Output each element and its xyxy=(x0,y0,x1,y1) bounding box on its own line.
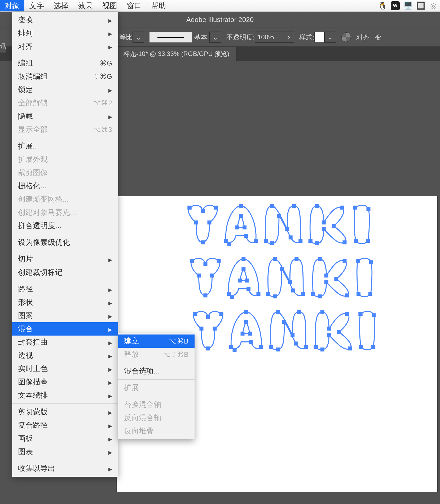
object-menu-item-0-2[interactable]: 对齐 xyxy=(12,40,118,53)
object-menu-item-5-6[interactable]: 实时上色 xyxy=(12,362,118,375)
svg-rect-74 xyxy=(357,292,360,296)
object-menu-item-1-0[interactable]: 编组⌘G xyxy=(12,57,118,70)
menubar: 对象 文字 选择 效果 视图 窗口 帮助 🐧 W 🖥️ 🔲 ◎ xyxy=(0,0,440,12)
document-tab[interactable]: 标题-10* @ 33.33% (RGB/GPU 预览) xyxy=(117,47,236,61)
menubar-item-type[interactable]: 文字 xyxy=(24,0,49,11)
svg-rect-108 xyxy=(314,345,318,349)
svg-rect-41 xyxy=(210,273,214,277)
object-menu-item-0-1[interactable]: 排列 xyxy=(12,27,118,40)
menu-item-label: 排列 xyxy=(18,28,33,38)
wps-icon[interactable]: W xyxy=(391,1,400,10)
ratio-dropdown[interactable]: ⌄ xyxy=(133,32,144,43)
object-menu-item-6-1[interactable]: 复合路径 xyxy=(12,419,118,432)
object-menu-item-4-0[interactable]: 切片 xyxy=(12,253,118,266)
svg-rect-65 xyxy=(343,259,347,263)
menu-item-shortcut: ⌥⌘3 xyxy=(93,125,112,134)
object-menu-item-5-5[interactable]: 透视 xyxy=(12,349,118,362)
object-menu-item-1-3: 全部解锁⌥⌘2 xyxy=(12,96,118,110)
menu-item-label: 全部解锁 xyxy=(18,98,48,108)
color-recolor-icon[interactable] xyxy=(341,32,351,42)
object-menu-item-1-2[interactable]: 锁定 xyxy=(12,83,118,96)
svg-rect-96 xyxy=(294,342,298,346)
style-dropdown[interactable]: ⌄ xyxy=(324,32,336,43)
battery-icon[interactable]: 🔲 xyxy=(416,1,425,10)
penguin-icon[interactable]: 🐧 xyxy=(378,1,387,10)
object-menu-item-5-2[interactable]: 图案 xyxy=(12,309,118,322)
submenu-arrow-icon xyxy=(108,16,112,24)
svg-rect-1 xyxy=(201,209,205,213)
object-menu-item-5-7[interactable]: 图像描摹 xyxy=(12,375,118,389)
svg-rect-50 xyxy=(245,279,249,283)
object-menu-item-3-0[interactable]: 设为像素级优化 xyxy=(12,236,118,249)
submenu-arrow-icon xyxy=(108,448,112,456)
blend-submenu-item-3-2: 反向堆叠 xyxy=(118,424,195,438)
menu-item-label: 图案 xyxy=(18,311,33,321)
left-edge-hint: 讯 xyxy=(0,40,6,53)
svg-rect-52 xyxy=(238,279,242,283)
menu-item-label: 混合 xyxy=(18,324,33,334)
opacity-input[interactable]: 100% xyxy=(255,32,284,43)
menu-item-label: 取消编组 xyxy=(18,71,48,81)
object-menu-item-6-0[interactable]: 剪切蒙版 xyxy=(12,405,118,419)
submenu-arrow-icon xyxy=(108,29,112,37)
object-menu-item-5-3[interactable]: 混合 xyxy=(12,322,118,336)
svg-rect-25 xyxy=(315,204,319,208)
menubar-item-effect[interactable]: 效果 xyxy=(73,0,98,11)
menu-item-label: 反向混合轴 xyxy=(124,413,161,423)
menu-item-label: 剪切蒙版 xyxy=(18,407,48,417)
svg-rect-36 xyxy=(354,239,358,243)
svg-rect-5 xyxy=(194,220,198,224)
svg-rect-26 xyxy=(322,220,326,224)
menubar-label: 对象 xyxy=(5,1,20,11)
stroke-preview[interactable] xyxy=(149,32,192,42)
menubar-item-select[interactable]: 选择 xyxy=(49,0,73,11)
menu-item-label: 收集以导出 xyxy=(18,463,55,473)
object-menu-item-6-3[interactable]: 图表 xyxy=(12,445,118,458)
svg-rect-3 xyxy=(208,220,212,224)
svg-rect-55 xyxy=(288,280,292,284)
align-label[interactable]: 对齐 xyxy=(356,33,369,42)
submenu-arrow-icon xyxy=(108,112,112,120)
menubar-item-view[interactable]: 视图 xyxy=(98,0,122,11)
svg-rect-82 xyxy=(193,312,197,316)
cc-icon[interactable]: ◎ xyxy=(429,1,438,10)
opacity-stepper[interactable]: › xyxy=(284,32,294,43)
svg-rect-81 xyxy=(200,327,204,331)
svg-rect-64 xyxy=(324,273,328,277)
object-menu-item-5-1[interactable]: 形状 xyxy=(12,296,118,309)
object-menu-item-1-1[interactable]: 取消编组⇧⌘G xyxy=(12,70,118,83)
stroke-style-dropdown[interactable]: ⌄ xyxy=(209,32,221,43)
display-icon[interactable]: 🖥️ xyxy=(403,1,412,10)
transform-label[interactable]: 变 xyxy=(375,33,381,42)
object-menu-item-0-0[interactable]: 变换 xyxy=(12,13,118,27)
svg-rect-40 xyxy=(217,259,221,263)
object-menu-item-1-4[interactable]: 隐藏 xyxy=(12,110,118,123)
menu-item-label: 锁定 xyxy=(18,85,33,95)
object-menu-item-5-0[interactable]: 路径 xyxy=(12,283,118,296)
svg-rect-27 xyxy=(340,206,344,210)
svg-rect-63 xyxy=(318,257,322,261)
blend-submenu-item-1-0[interactable]: 混合选项... xyxy=(118,364,195,378)
object-menu-item-5-4[interactable]: 封套扭曲 xyxy=(12,336,118,349)
object-menu-item-4-1[interactable]: 创建裁切标记 xyxy=(12,266,118,279)
svg-rect-102 xyxy=(327,327,331,331)
menubar-item-help[interactable]: 帮助 xyxy=(146,0,171,11)
object-menu-item-2-0[interactable]: 扩展... xyxy=(12,140,118,153)
object-menu-item-2-6[interactable]: 拼合透明度... xyxy=(12,219,118,232)
object-menu-item-2-3[interactable]: 栅格化... xyxy=(12,179,118,193)
svg-rect-87 xyxy=(233,348,237,352)
svg-rect-69 xyxy=(318,294,322,298)
object-menu-item-6-2[interactable]: 画板 xyxy=(12,432,118,445)
style-swatch[interactable] xyxy=(314,32,324,42)
blend-submenu-item-0-0[interactable]: 建立⌥⌘B xyxy=(118,334,195,348)
object-menu-item-5-8[interactable]: 文本绕排 xyxy=(12,389,118,402)
svg-rect-31 xyxy=(315,241,319,245)
menubar-item-window[interactable]: 窗口 xyxy=(122,0,146,11)
menu-item-label: 文本绕排 xyxy=(18,390,48,400)
svg-rect-42 xyxy=(204,293,208,297)
menu-item-label: 裁剪图像 xyxy=(18,168,48,178)
menubar-item-object[interactable]: 对象 xyxy=(0,0,24,11)
svg-rect-70 xyxy=(311,292,315,296)
object-menu-item-2-5: 创建对象马赛克... xyxy=(12,206,118,219)
object-menu-item-7-0[interactable]: 收集以导出 xyxy=(12,462,118,475)
